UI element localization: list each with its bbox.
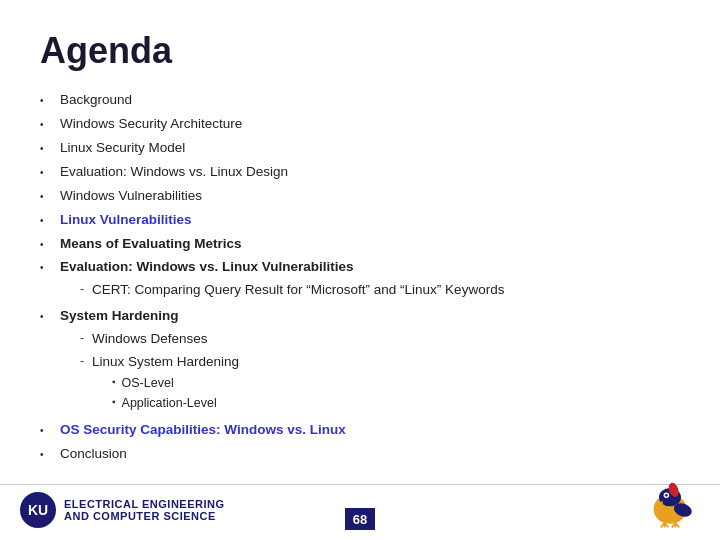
list-item: • Evaluation: Windows vs. Linux Vulnerab… — [40, 257, 680, 303]
list-item: • Linux Security Model — [40, 138, 680, 159]
jayhawk-svg — [640, 477, 700, 532]
bullet-with-sub: Evaluation: Windows vs. Linux Vulnerabil… — [60, 257, 504, 303]
footer-logo-text: ELECTRICAL ENGINEERING AND COMPUTER SCIE… — [64, 498, 225, 522]
bullet-text: Windows Security Architecture — [60, 114, 242, 135]
bullet-dot: • — [40, 189, 50, 205]
bullet-dot: • — [40, 423, 50, 439]
sub-sub-item-text: OS-Level — [122, 374, 174, 393]
sub-item-text: Windows Defenses — [92, 329, 208, 350]
main-bullet-list: • Background • Windows Security Architec… — [40, 90, 680, 465]
bullet-dot: • — [40, 165, 50, 181]
sub-list: - CERT: Comparing Query Result for “Micr… — [60, 280, 504, 301]
list-item: • Windows Security Architecture — [40, 114, 680, 135]
bullet-dot: • — [40, 237, 50, 253]
list-item: • Windows Vulnerabilities — [40, 186, 680, 207]
page-number: 68 — [345, 508, 375, 530]
footer-divider — [0, 484, 720, 485]
bullet-text-bold: Means of Evaluating Metrics — [60, 234, 242, 255]
list-item: • Means of Evaluating Metrics — [40, 234, 680, 255]
svg-point-4 — [665, 494, 668, 497]
bullet-text-bold: Evaluation: Windows vs. Linux Vulnerabil… — [60, 259, 353, 274]
bullet-text-blue: OS Security Capabilities: Windows vs. Li… — [60, 420, 346, 441]
bullet-dot: • — [40, 213, 50, 229]
list-item: • Background — [40, 90, 680, 111]
list-item: • Evaluation: Windows vs. Linux Design — [40, 162, 680, 183]
list-item: • OS Security Capabilities: Windows vs. … — [40, 420, 680, 441]
bullet-text: Conclusion — [60, 444, 127, 465]
sub-dash: - — [80, 352, 84, 371]
bullet-dot: • — [40, 117, 50, 133]
list-item: • Linux Vulnerabilities — [40, 210, 680, 231]
sub-list: - Windows Defenses - Linux System Harden… — [60, 329, 239, 415]
footer-logo-line2: AND COMPUTER SCIENCE — [64, 510, 225, 522]
sub-sub-list-item: ▪ OS-Level — [112, 374, 239, 393]
sub-dash: - — [80, 280, 84, 299]
bullet-dot: • — [40, 447, 50, 463]
sub-list-item: - CERT: Comparing Query Result for “Micr… — [80, 280, 504, 301]
list-item: • System Hardening - Windows Defenses - … — [40, 306, 680, 417]
sub-sub-list-item: ▪ Application-Level — [112, 394, 239, 413]
bullet-text: Evaluation: Windows vs. Linux Design — [60, 162, 288, 183]
footer-logo-line1: ELECTRICAL ENGINEERING — [64, 498, 225, 510]
jayhawk-mascot — [640, 477, 700, 532]
bullet-dot: • — [40, 260, 50, 276]
sub-sub-list: ▪ OS-Level ▪ Application-Level — [92, 374, 239, 414]
ku-emblem: KU — [20, 492, 56, 528]
sub-sub-bullet: ▪ — [112, 374, 116, 390]
sub-item-with-sub: Linux System Hardening ▪ OS-Level ▪ Appl… — [92, 352, 239, 415]
bullet-dot: • — [40, 309, 50, 325]
sub-list-item: - Linux System Hardening ▪ OS-Level — [80, 352, 239, 415]
bullet-text: Linux Security Model — [60, 138, 185, 159]
bullet-dot: • — [40, 93, 50, 109]
content-area: • Background • Windows Security Architec… — [40, 90, 680, 465]
bullet-text: Windows Vulnerabilities — [60, 186, 202, 207]
bullet-text-blue: Linux Vulnerabilities — [60, 210, 192, 231]
bullet-dot: • — [40, 141, 50, 157]
ku-letter: KU — [28, 502, 48, 518]
sub-item-text: Linux System Hardening — [92, 354, 239, 369]
list-item: • Conclusion — [40, 444, 680, 465]
sub-dash: - — [80, 329, 84, 348]
sub-list-item: - Windows Defenses — [80, 329, 239, 350]
bullet-with-sub: System Hardening - Windows Defenses - Li… — [60, 306, 239, 417]
bullet-text: Background — [60, 90, 132, 111]
slide-title: Agenda — [40, 30, 680, 72]
sub-sub-bullet: ▪ — [112, 394, 116, 410]
slide: Agenda • Background • Windows Security A… — [0, 0, 720, 540]
bullet-text-bold: System Hardening — [60, 308, 179, 323]
sub-sub-item-text: Application-Level — [122, 394, 217, 413]
sub-item-text: CERT: Comparing Query Result for “Micros… — [92, 280, 504, 301]
